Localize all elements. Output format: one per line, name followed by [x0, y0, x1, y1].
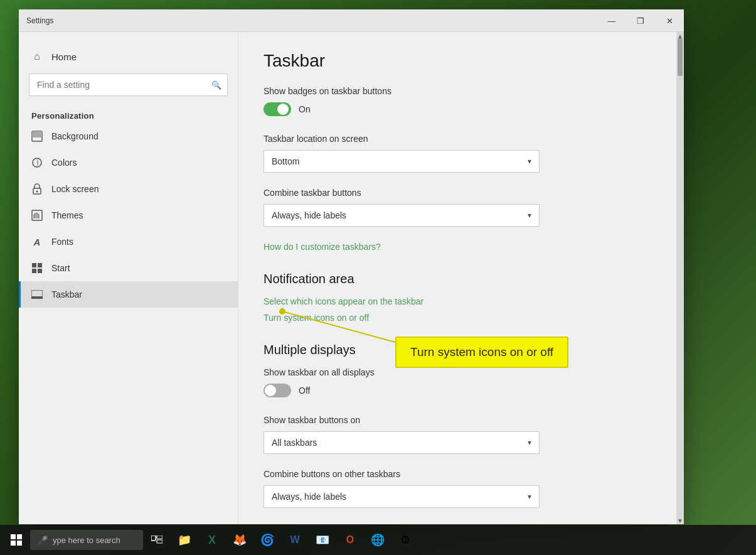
word-button[interactable]: W — [281, 526, 309, 554]
file-explorer-button[interactable]: 📁 — [171, 526, 198, 554]
notification-link1[interactable]: Select which icons appear on the taskbar — [264, 296, 651, 306]
customize-link[interactable]: How do I customize taskbars? — [264, 242, 651, 252]
main-content: Taskbar Show badges on taskbar buttons O… — [238, 32, 676, 524]
scroll-down-arrow[interactable]: ▼ — [676, 517, 684, 524]
task-view-button[interactable] — [143, 526, 171, 554]
svg-rect-9 — [38, 269, 42, 273]
all-displays-toggle-thumb — [265, 385, 276, 396]
search-input[interactable] — [29, 73, 228, 96]
sidebar-colors-label: Colors — [51, 158, 77, 168]
settings-window: Settings — ❐ ✕ ⌂ Home 🔍 Personalization — [19, 9, 684, 524]
combine-other-label: Combine buttons on other taskbars — [264, 469, 651, 479]
svg-point-4 — [36, 191, 38, 193]
buttons-on-dropdown[interactable]: All taskbars ▾ — [264, 431, 540, 454]
all-displays-label: Show taskbar on all displays — [264, 367, 651, 377]
sidebar-item-fonts[interactable]: A Fonts — [19, 229, 238, 255]
start-button-taskbar[interactable] — [3, 526, 30, 554]
search-box: 🔍 — [29, 73, 228, 96]
svg-rect-14 — [11, 534, 16, 539]
settings-taskbar-button[interactable]: ⚙ — [391, 526, 419, 554]
all-displays-toggle[interactable] — [264, 384, 291, 397]
excel-button[interactable]: X — [198, 526, 226, 554]
maximize-button[interactable]: ❐ — [626, 9, 655, 32]
themes-icon — [31, 210, 43, 221]
taskbar-icon — [31, 289, 43, 300]
combine-other-dropdown[interactable]: Always, hide labels ▾ — [264, 485, 540, 508]
location-value: Bottom — [272, 156, 299, 166]
sidebar-background-label: Background — [51, 131, 98, 141]
sidebar: ⌂ Home 🔍 Personalization Background — [19, 32, 238, 524]
combine-label: Combine taskbar buttons — [264, 188, 651, 198]
combine-other-value: Always, hide labels — [272, 492, 346, 502]
svg-rect-17 — [17, 541, 22, 546]
all-displays-toggle-row: Off — [264, 384, 651, 397]
badges-toggle-thumb — [277, 104, 289, 115]
multiple-heading: Multiple displays — [264, 343, 651, 357]
chrome-button[interactable]: 🌐 — [364, 526, 391, 554]
background-icon — [31, 131, 43, 142]
sidebar-taskbar-label: Taskbar — [51, 289, 82, 299]
sidebar-item-start[interactable]: Start — [19, 255, 238, 281]
sidebar-item-lockscreen[interactable]: Lock screen — [19, 176, 238, 202]
location-label: Taskbar location on screen — [264, 134, 651, 144]
page-title: Taskbar — [264, 51, 651, 71]
app1-button[interactable]: 🌀 — [253, 526, 281, 554]
close-button[interactable]: ✕ — [655, 9, 684, 32]
sidebar-item-themes[interactable]: Themes — [19, 202, 238, 229]
window-body: ⌂ Home 🔍 Personalization Background — [19, 32, 684, 524]
combine-value: Always, hide labels — [272, 210, 346, 220]
svg-rect-15 — [17, 534, 22, 539]
badges-toggle-row: On — [264, 102, 651, 116]
fonts-icon: A — [31, 236, 43, 247]
svg-rect-19 — [157, 536, 162, 539]
sidebar-lockscreen-label: Lock screen — [51, 184, 98, 194]
title-bar: Settings — ❐ ✕ — [19, 9, 684, 32]
svg-rect-1 — [32, 131, 42, 137]
minimize-button[interactable]: — — [597, 9, 626, 32]
location-dropdown-arrow: ▾ — [528, 157, 531, 166]
taskbar-microphone-icon: 🎤 — [38, 536, 48, 545]
all-displays-toggle-label: Off — [299, 385, 310, 396]
office-button[interactable]: O — [336, 526, 364, 554]
scroll-thumb[interactable] — [678, 38, 683, 76]
buttons-on-dropdown-arrow: ▾ — [528, 438, 531, 447]
window-controls: — ❐ ✕ — [597, 9, 684, 31]
outlook-button[interactable]: 📧 — [309, 526, 336, 554]
notification-heading: Notification area — [264, 272, 651, 286]
sidebar-item-taskbar[interactable]: Taskbar — [19, 281, 238, 308]
svg-rect-11 — [31, 296, 43, 299]
combine-other-dropdown-arrow: ▾ — [528, 492, 531, 501]
svg-rect-18 — [151, 536, 156, 541]
badges-label: Show badges on taskbar buttons — [264, 86, 651, 96]
sidebar-home-label: Home — [51, 51, 77, 62]
taskbar-search-text: ype here to search — [53, 536, 120, 545]
sidebar-section-title: Personalization — [19, 106, 238, 123]
combine-dropdown-arrow: ▾ — [528, 211, 531, 220]
scrollbar[interactable]: ▲ ▼ — [676, 32, 684, 524]
window-title: Settings — [26, 16, 53, 25]
badges-toggle-label: On — [299, 104, 311, 114]
svg-rect-7 — [38, 263, 42, 267]
buttons-on-value: All taskbars — [272, 438, 317, 448]
lockscreen-icon — [31, 183, 43, 195]
svg-rect-16 — [11, 541, 16, 546]
svg-rect-8 — [32, 269, 36, 273]
sidebar-fonts-label: Fonts — [51, 237, 73, 247]
sidebar-item-home[interactable]: ⌂ Home — [19, 45, 238, 68]
notification-link2[interactable]: Turn system icons on or off — [264, 313, 651, 323]
sidebar-item-background[interactable]: Background — [19, 123, 238, 149]
sidebar-item-colors[interactable]: Colors — [19, 149, 238, 176]
location-dropdown[interactable]: Bottom ▾ — [264, 150, 540, 173]
combine-dropdown[interactable]: Always, hide labels ▾ — [264, 204, 540, 227]
svg-rect-6 — [32, 263, 36, 267]
search-icon: 🔍 — [211, 80, 221, 90]
svg-rect-20 — [157, 540, 162, 543]
sidebar-start-label: Start — [51, 263, 70, 273]
start-icon — [31, 262, 43, 274]
taskbar-search-box[interactable]: 🎤 ype here to search — [30, 530, 143, 550]
badges-toggle[interactable] — [264, 102, 291, 116]
sidebar-themes-label: Themes — [51, 210, 83, 220]
home-icon: ⌂ — [31, 51, 43, 62]
firefox-button[interactable]: 🦊 — [226, 526, 253, 554]
colors-icon — [31, 157, 43, 168]
